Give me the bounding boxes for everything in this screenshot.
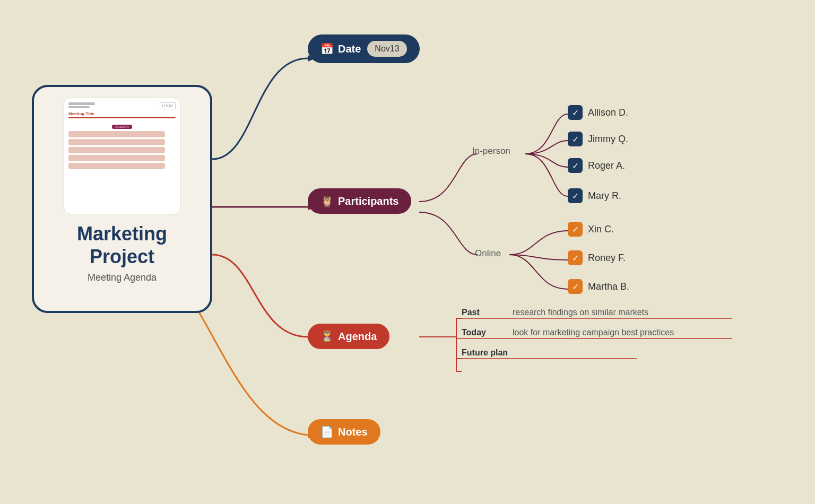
- central-card: LOGO Meeting Title AGENDA MarketingProje…: [32, 85, 212, 313]
- agenda-item-past: Past research findings on similar market…: [462, 308, 648, 317]
- checkbox-allison: ✓: [568, 105, 583, 120]
- logo-placeholder: LOGO: [160, 102, 176, 109]
- agenda-item-future: Future plan: [462, 348, 516, 358]
- participants-node[interactable]: 🦉 Participants: [308, 188, 411, 214]
- participant-roger: ✓ Roger A.: [568, 158, 625, 173]
- agenda-today-label: Today: [462, 328, 504, 337]
- participants-label: Participants: [338, 195, 398, 207]
- date-node[interactable]: 📅 Date Nov13: [308, 34, 420, 63]
- agenda-node[interactable]: ⏳ Agenda: [308, 324, 389, 349]
- participant-jimmy: ✓ Jimmy Q.: [568, 132, 628, 146]
- agenda-today-text: look for marketing campaign best practic…: [513, 328, 674, 337]
- online-label: Online: [475, 248, 501, 259]
- in-person-label: In-person: [472, 146, 510, 157]
- checkbox-xin: ✓: [568, 222, 583, 237]
- notes-node[interactable]: 📄 Notes: [308, 419, 380, 445]
- checkbox-mary: ✓: [568, 188, 583, 203]
- participant-xin: ✓ Xin C.: [568, 222, 614, 237]
- checkbox-roger: ✓: [568, 158, 583, 173]
- participant-allison: ✓ Allison D.: [568, 105, 628, 120]
- date-label: Date: [338, 43, 361, 55]
- card-preview: LOGO Meeting Title AGENDA: [64, 98, 180, 214]
- participants-icon: 🦉: [320, 195, 334, 207]
- preview-agenda-label: AGENDA: [112, 125, 132, 129]
- date-icon: 📅: [320, 42, 334, 55]
- agenda-future-label: Future plan: [462, 348, 508, 358]
- agenda-past-label: Past: [462, 308, 504, 317]
- participant-roney: ✓ Roney F.: [568, 250, 626, 265]
- agenda-icon: ⏳: [320, 330, 334, 343]
- agenda-past-text: research findings on similar markets: [513, 308, 648, 317]
- agenda-item-today: Today look for marketing campaign best p…: [462, 328, 674, 337]
- central-subtitle: Meeting Agenda: [88, 272, 157, 283]
- notes-label: Notes: [338, 426, 368, 438]
- participant-martha: ✓ Martha B.: [568, 279, 629, 294]
- preview-meeting-title: Meeting Title: [68, 111, 176, 116]
- participant-mary: ✓ Mary R.: [568, 188, 621, 203]
- checkbox-martha: ✓: [568, 279, 583, 294]
- date-value: Nov13: [367, 41, 406, 57]
- checkbox-roney: ✓: [568, 250, 583, 265]
- central-title: MarketingProject: [77, 222, 167, 268]
- agenda-label: Agenda: [338, 331, 377, 343]
- notes-icon: 📄: [320, 425, 334, 438]
- checkbox-jimmy: ✓: [568, 132, 583, 146]
